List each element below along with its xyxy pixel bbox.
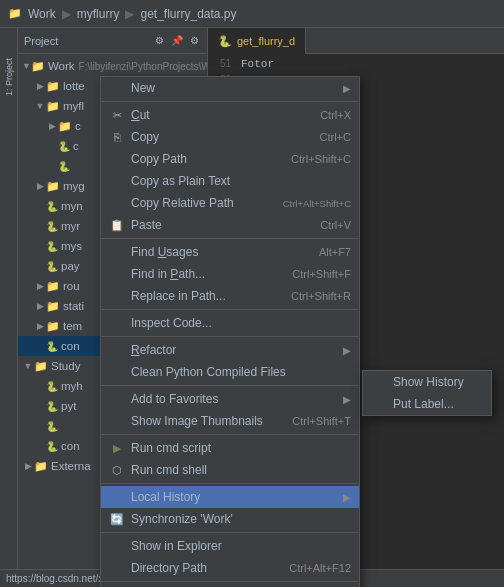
title-project-icon: 📁 xyxy=(8,7,22,20)
tree-arrow-tem: ▶ xyxy=(34,321,46,331)
menu-item-find-usages[interactable]: Find Usages Alt+F7 xyxy=(101,241,359,263)
tree-arrow-study: ▼ xyxy=(22,361,34,371)
left-bar: 1: Project xyxy=(0,28,18,587)
menu-item-paste[interactable]: 📋 Paste Ctrl+V xyxy=(101,214,359,236)
submenu-item-show-history[interactable]: Show History xyxy=(363,371,491,393)
tree-arrow-rou: ▶ xyxy=(34,281,46,291)
sidebar-gear-icon[interactable]: ⚙ xyxy=(188,34,201,47)
menu-shortcut-find-usages: Alt+F7 xyxy=(319,246,351,258)
menu-label-directory-path: Directory Path xyxy=(131,561,281,575)
sidebar-toolbar: Project ⚙ 📌 ⚙ xyxy=(18,28,207,54)
menu-shortcut-replace-in-path: Ctrl+Shift+R xyxy=(291,290,351,302)
tree-folder-icon-tem: 📁 xyxy=(46,320,60,333)
tree-file-icon-mys: 🐍 xyxy=(46,241,58,252)
submenu-local-history: Show History Put Label... xyxy=(362,370,492,416)
editor-tab-active[interactable]: 🐍 get_flurry_d xyxy=(208,28,306,54)
tree-file-icon-c3: 🐍 xyxy=(58,161,70,172)
tree-label-mys: mys xyxy=(61,240,82,252)
menu-item-add-favorites[interactable]: Add to Favorites ▶ xyxy=(101,388,359,410)
menu-label-show-thumbnails: Show Image Thumbnails xyxy=(131,414,284,428)
tree-label-con2: con xyxy=(61,440,80,452)
menu-icon-cut: ✂ xyxy=(109,109,125,122)
submenu-item-put-label[interactable]: Put Label... xyxy=(363,393,491,415)
menu-sep4 xyxy=(101,336,359,337)
menu-item-new[interactable]: New ▶ xyxy=(101,77,359,99)
tree-folder-icon-myfl: 📁 xyxy=(46,100,60,113)
tree-label-work: Work xyxy=(48,60,75,72)
code-line-51: Fotor xyxy=(241,56,500,72)
menu-shortcut-copy-path: Ctrl+Shift+C xyxy=(291,153,351,165)
sidebar-icons: ⚙ 📌 ⚙ xyxy=(153,34,201,47)
submenu-label-put-label: Put Label... xyxy=(393,397,483,411)
menu-label-paste: Paste xyxy=(131,218,312,232)
menu-shortcut-find-in-path: Ctrl+Shift+F xyxy=(292,268,351,280)
menu-item-copy-plain[interactable]: Copy as Plain Text xyxy=(101,170,359,192)
tree-file-icon-s3: 🐍 xyxy=(46,421,58,432)
menu-item-directory-path[interactable]: Directory Path Ctrl+Alt+F12 xyxy=(101,557,359,579)
tree-folder-icon-lotte: 📁 xyxy=(46,80,60,93)
tree-arrow-myfl: ▼ xyxy=(34,101,46,111)
title-sep2: ▶ xyxy=(125,7,134,21)
line-51: 51 xyxy=(208,56,236,72)
menu-item-clean-python[interactable]: Clean Python Compiled Files xyxy=(101,361,359,383)
tree-folder-icon-study: 📁 xyxy=(34,360,48,373)
tree-path-work: F:\libyifenzi\PythonProjects\Work xyxy=(79,61,207,72)
tree-arrow-work: ▼ xyxy=(22,61,31,71)
tree-file-icon-c2: 🐍 xyxy=(58,141,70,152)
menu-label-copy-path: Copy Path xyxy=(131,152,283,166)
menu-item-cut[interactable]: ✂ Cut Ctrl+X xyxy=(101,104,359,126)
tree-label-pyt: pyt xyxy=(61,400,76,412)
context-menu: New ▶ ✂ Cut Ctrl+X ⎘ Copy Ctrl+C Copy Pa… xyxy=(100,76,360,587)
menu-item-run-cmd-shell[interactable]: ⬡ Run cmd shell xyxy=(101,459,359,481)
tree-label-con: con xyxy=(61,340,80,352)
title-work: Work xyxy=(28,7,56,21)
menu-item-find-in-path[interactable]: Find in Path... Ctrl+Shift+F xyxy=(101,263,359,285)
menu-sep8 xyxy=(101,532,359,533)
menu-sep2 xyxy=(101,238,359,239)
menu-item-synchronize[interactable]: 🔄 Synchronize 'Work' xyxy=(101,508,359,530)
menu-item-copy-path[interactable]: Copy Path Ctrl+Shift+C xyxy=(101,148,359,170)
menu-item-refactor[interactable]: Refactor ▶ xyxy=(101,339,359,361)
menu-item-inspect-code[interactable]: Inspect Code... xyxy=(101,312,359,334)
tree-arrow-externa: ▶ xyxy=(22,461,34,471)
tree-arrow-c1: ▶ xyxy=(46,121,58,131)
menu-arrow-refactor: ▶ xyxy=(343,345,351,356)
title-file: get_flurry_data.py xyxy=(140,7,236,21)
menu-arrow-add-favorites: ▶ xyxy=(343,394,351,405)
submenu-label-show-history: Show History xyxy=(393,375,483,389)
title-myflurry: myflurry xyxy=(77,7,120,21)
title-bar: 📁 Work ▶ myflurry ▶ get_flurry_data.py xyxy=(0,0,504,28)
menu-sep3 xyxy=(101,309,359,310)
menu-item-show-thumbnails[interactable]: Show Image Thumbnails Ctrl+Shift+T xyxy=(101,410,359,432)
editor-tabs: 🐍 get_flurry_d xyxy=(208,28,504,54)
menu-item-copy-relative[interactable]: Copy Relative Path Ctrl+Alt+Shift+C xyxy=(101,192,359,214)
menu-label-run-cmd-script: Run cmd script xyxy=(131,441,351,455)
menu-label-find-in-path: Find in Path... xyxy=(131,267,284,281)
tree-file-icon-myn: 🐍 xyxy=(46,201,58,212)
menu-shortcut-paste: Ctrl+V xyxy=(320,219,351,231)
menu-sep1 xyxy=(101,101,359,102)
menu-item-local-history[interactable]: Local History ▶ xyxy=(101,486,359,508)
menu-item-show-explorer[interactable]: Show in Explorer xyxy=(101,535,359,557)
sidebar-settings-icon[interactable]: ⚙ xyxy=(153,34,166,47)
tree-item-work[interactable]: ▼ 📁 Work F:\libyifenzi\PythonProjects\Wo… xyxy=(18,56,207,76)
menu-label-synchronize: Synchronize 'Work' xyxy=(131,512,351,526)
tree-file-icon-pyt: 🐍 xyxy=(46,401,58,412)
tree-label-c2: c xyxy=(73,140,79,152)
tree-file-icon-pay: 🐍 xyxy=(46,261,58,272)
tree-label-myn: myn xyxy=(61,200,83,212)
menu-label-copy-relative: Copy Relative Path xyxy=(131,196,275,210)
tree-label-stati: stati xyxy=(63,300,84,312)
menu-arrow-new: ▶ xyxy=(343,83,351,94)
tree-label-c1: c xyxy=(75,120,81,132)
menu-item-run-cmd-script[interactable]: ▶ Run cmd script xyxy=(101,437,359,459)
menu-arrow-local-history: ▶ xyxy=(343,492,351,503)
menu-item-copy[interactable]: ⎘ Copy Ctrl+C xyxy=(101,126,359,148)
tree-label-myg: myg xyxy=(63,180,85,192)
menu-sep7 xyxy=(101,483,359,484)
sidebar-pin-icon[interactable]: 📌 xyxy=(169,34,185,47)
tree-label-pay: pay xyxy=(61,260,80,272)
menu-item-replace-in-path[interactable]: Replace in Path... Ctrl+Shift+R xyxy=(101,285,359,307)
menu-sep9 xyxy=(101,581,359,582)
menu-label-clean-python: Clean Python Compiled Files xyxy=(131,365,351,379)
